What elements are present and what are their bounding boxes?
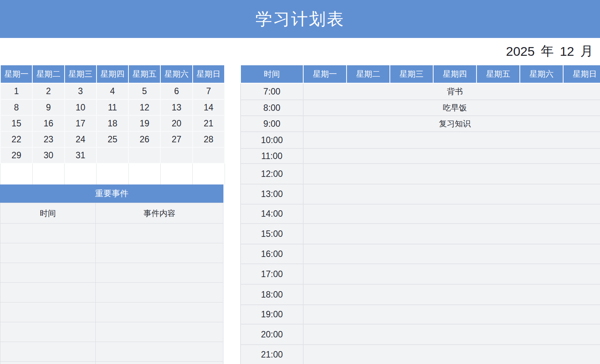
calendar-date-cell[interactable]: 14 bbox=[193, 99, 225, 115]
calendar-date-cell[interactable]: 26 bbox=[128, 131, 160, 147]
calendar-date-cell[interactable]: 31 bbox=[65, 147, 97, 163]
event-content-cell[interactable] bbox=[96, 243, 223, 263]
calendar-date-cell[interactable]: 13 bbox=[160, 99, 192, 115]
schedule-activity-cell[interactable] bbox=[303, 132, 600, 148]
schedule-activity-cell[interactable] bbox=[303, 184, 600, 204]
weekly-schedule: 时间 星期一 星期二 星期三 星期四 星期五 星期六 星期日 7:00 背书 8… bbox=[240, 65, 600, 364]
calendar-date-cell[interactable]: 4 bbox=[97, 83, 128, 99]
event-time-cell[interactable] bbox=[0, 243, 96, 263]
calendar-week-row: 15 16 17 18 19 20 21 bbox=[0, 115, 225, 131]
calendar-empty-cell[interactable] bbox=[128, 163, 160, 185]
calendar-empty-cell[interactable] bbox=[160, 163, 192, 185]
event-content-cell[interactable] bbox=[96, 322, 223, 342]
calendar-date-cell[interactable]: 7 bbox=[193, 83, 225, 99]
event-time-cell[interactable] bbox=[0, 263, 96, 283]
calendar-date-cell[interactable]: 22 bbox=[0, 131, 32, 147]
calendar-date-cell[interactable]: 19 bbox=[128, 115, 160, 131]
calendar-date-cell[interactable]: 25 bbox=[97, 131, 128, 147]
events-col-content: 事件内容 bbox=[96, 203, 223, 224]
schedule-activity-cell[interactable] bbox=[303, 305, 600, 324]
calendar-date-cell[interactable] bbox=[193, 147, 225, 163]
month-calendar: 星期一 星期二 星期三 星期四 星期五 星期六 星期日 1 2 3 4 5 6 … bbox=[0, 65, 225, 185]
calendar-date-cell[interactable]: 17 bbox=[65, 115, 97, 131]
schedule-header-day: 星期三 bbox=[390, 65, 433, 83]
calendar-date-cell[interactable] bbox=[128, 147, 160, 163]
calendar-date-cell[interactable]: 24 bbox=[65, 131, 97, 147]
schedule-row: 9:00 复习知识 bbox=[241, 116, 600, 132]
calendar-date-cell[interactable]: 9 bbox=[32, 99, 64, 115]
schedule-time-cell: 7:00 bbox=[241, 83, 303, 100]
event-row bbox=[0, 322, 223, 342]
schedule-activity-cell[interactable] bbox=[303, 224, 600, 244]
event-time-cell[interactable] bbox=[0, 362, 96, 364]
calendar-date-cell[interactable]: 8 bbox=[0, 99, 32, 115]
event-time-cell[interactable] bbox=[0, 283, 96, 303]
event-time-cell[interactable] bbox=[0, 303, 96, 322]
calendar-date-cell[interactable]: 6 bbox=[160, 83, 192, 99]
calendar-empty-cell[interactable] bbox=[32, 163, 64, 185]
calendar-week-row: 22 23 24 25 26 27 28 bbox=[0, 131, 225, 147]
schedule-row: 13:00 bbox=[241, 184, 600, 204]
event-content-cell[interactable] bbox=[96, 263, 223, 283]
calendar-date-cell[interactable]: 12 bbox=[128, 99, 160, 115]
schedule-row: 11:00 bbox=[241, 148, 600, 164]
schedule-activity-cell[interactable] bbox=[303, 264, 600, 284]
event-row bbox=[0, 303, 223, 322]
calendar-date-cell[interactable]: 11 bbox=[97, 99, 128, 115]
calendar-date-cell[interactable]: 21 bbox=[193, 115, 225, 131]
weekday-header: 星期四 bbox=[97, 65, 128, 83]
schedule-activity-cell[interactable] bbox=[303, 164, 600, 184]
calendar-date-cell[interactable]: 5 bbox=[128, 83, 160, 99]
calendar-week-row: 8 9 10 11 12 13 14 bbox=[0, 99, 225, 115]
calendar-empty-cell[interactable] bbox=[0, 163, 32, 185]
calendar-empty-cell[interactable] bbox=[65, 163, 97, 185]
calendar-date-cell[interactable] bbox=[160, 147, 192, 163]
event-time-cell[interactable] bbox=[0, 342, 96, 362]
event-time-cell[interactable] bbox=[0, 224, 96, 243]
date-year: 2025 bbox=[506, 44, 535, 59]
calendar-date-cell[interactable]: 16 bbox=[32, 115, 64, 131]
schedule-activity-cell[interactable] bbox=[303, 244, 600, 264]
schedule-row: 10:00 bbox=[241, 132, 600, 148]
schedule-activity-cell[interactable] bbox=[303, 284, 600, 305]
weekday-header: 星期三 bbox=[65, 65, 97, 83]
calendar-date-cell[interactable]: 30 bbox=[32, 147, 64, 163]
schedule-activity-cell[interactable] bbox=[303, 148, 600, 164]
calendar-date-cell[interactable]: 1 bbox=[0, 83, 32, 99]
schedule-activity-cell[interactable] bbox=[303, 204, 600, 224]
event-content-cell[interactable] bbox=[96, 303, 223, 322]
weekday-header: 星期二 bbox=[32, 65, 64, 83]
calendar-date-cell[interactable]: 2 bbox=[32, 83, 64, 99]
calendar-date-cell[interactable]: 10 bbox=[65, 99, 97, 115]
event-content-cell[interactable] bbox=[96, 362, 223, 364]
calendar-date-cell[interactable]: 27 bbox=[160, 131, 192, 147]
schedule-time-cell: 20:00 bbox=[241, 324, 303, 345]
calendar-empty-cell[interactable] bbox=[193, 163, 225, 185]
schedule-activity-cell[interactable]: 背书 bbox=[303, 83, 600, 100]
calendar-date-cell[interactable]: 18 bbox=[97, 115, 128, 131]
calendar-empty-cell[interactable] bbox=[97, 163, 128, 185]
calendar-date-cell[interactable]: 3 bbox=[65, 83, 97, 99]
calendar-date-cell[interactable]: 29 bbox=[0, 147, 32, 163]
schedule-time-cell: 12:00 bbox=[241, 164, 303, 184]
date-year-label: 年 bbox=[541, 43, 554, 60]
weekday-header: 星期日 bbox=[193, 65, 225, 83]
schedule-activity-cell[interactable]: 吃早饭 bbox=[303, 100, 600, 116]
calendar-date-cell[interactable]: 28 bbox=[193, 131, 225, 147]
event-content-cell[interactable] bbox=[96, 283, 223, 303]
schedule-activity-cell[interactable] bbox=[303, 345, 600, 364]
schedule-header-day: 星期六 bbox=[520, 65, 563, 83]
calendar-spacer-row bbox=[0, 163, 225, 185]
schedule-activity-cell[interactable]: 复习知识 bbox=[303, 116, 600, 132]
events-col-time: 时间 bbox=[0, 203, 96, 224]
schedule-activity-cell[interactable] bbox=[303, 324, 600, 345]
event-content-cell[interactable] bbox=[96, 224, 223, 243]
schedule-row: 15:00 bbox=[241, 224, 600, 244]
calendar-date-cell[interactable]: 20 bbox=[160, 115, 192, 131]
event-content-cell[interactable] bbox=[96, 342, 223, 362]
calendar-date-cell[interactable] bbox=[97, 147, 128, 163]
schedule-row: 21:00 bbox=[241, 345, 600, 364]
calendar-date-cell[interactable]: 23 bbox=[32, 131, 64, 147]
calendar-date-cell[interactable]: 15 bbox=[0, 115, 32, 131]
event-time-cell[interactable] bbox=[0, 322, 96, 342]
